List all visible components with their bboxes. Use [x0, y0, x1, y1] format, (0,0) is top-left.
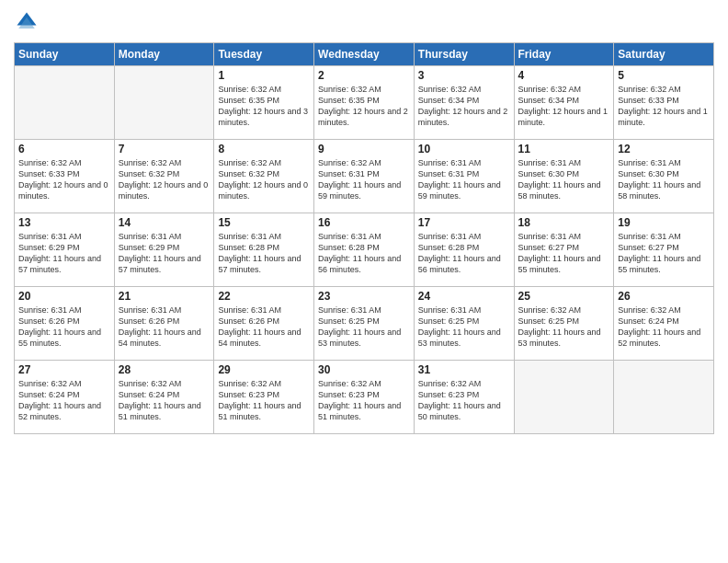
weekday-header-tuesday: Tuesday — [214, 43, 314, 66]
day-number: 16 — [318, 216, 410, 229]
calendar-cell: 2Sunrise: 6:32 AM Sunset: 6:35 PM Daylig… — [314, 66, 415, 140]
cell-info: Sunrise: 6:31 AM Sunset: 6:29 PM Dayligh… — [119, 231, 210, 276]
cell-info: Sunrise: 6:32 AM Sunset: 6:32 PM Dayligh… — [218, 157, 310, 202]
day-number: 15 — [218, 216, 310, 229]
calendar-cell: 8Sunrise: 6:32 AM Sunset: 6:32 PM Daylig… — [214, 140, 314, 213]
calendar-cell: 30Sunrise: 6:32 AM Sunset: 6:23 PM Dayli… — [314, 361, 415, 434]
calendar-cell: 20Sunrise: 6:31 AM Sunset: 6:26 PM Dayli… — [15, 287, 115, 361]
calendar-cell — [15, 66, 115, 140]
calendar-cell: 17Sunrise: 6:31 AM Sunset: 6:28 PM Dayli… — [414, 213, 514, 287]
calendar-cell: 21Sunrise: 6:31 AM Sunset: 6:26 PM Dayli… — [114, 287, 214, 361]
cell-info: Sunrise: 6:31 AM Sunset: 6:27 PM Dayligh… — [618, 231, 710, 276]
day-number: 31 — [418, 363, 510, 376]
calendar-cell: 12Sunrise: 6:31 AM Sunset: 6:30 PM Dayli… — [614, 140, 714, 213]
calendar-cell: 23Sunrise: 6:31 AM Sunset: 6:25 PM Dayli… — [314, 287, 415, 361]
day-number: 27 — [18, 363, 110, 376]
calendar-cell: 26Sunrise: 6:32 AM Sunset: 6:24 PM Dayli… — [614, 287, 714, 361]
week-row-4: 20Sunrise: 6:31 AM Sunset: 6:26 PM Dayli… — [15, 287, 714, 361]
day-number: 6 — [18, 143, 110, 155]
day-number: 28 — [119, 363, 210, 376]
calendar-cell: 5Sunrise: 6:32 AM Sunset: 6:33 PM Daylig… — [614, 66, 714, 140]
cell-info: Sunrise: 6:32 AM Sunset: 6:33 PM Dayligh… — [618, 84, 710, 129]
cell-info: Sunrise: 6:31 AM Sunset: 6:25 PM Dayligh… — [418, 304, 510, 350]
cell-info: Sunrise: 6:31 AM Sunset: 6:29 PM Dayligh… — [18, 231, 110, 276]
day-number: 21 — [119, 290, 210, 303]
logo — [14, 9, 43, 35]
day-number: 29 — [218, 363, 310, 376]
calendar-cell: 11Sunrise: 6:31 AM Sunset: 6:30 PM Dayli… — [514, 140, 614, 213]
day-number: 17 — [418, 216, 510, 229]
day-number: 18 — [518, 216, 610, 229]
calendar-cell: 3Sunrise: 6:32 AM Sunset: 6:34 PM Daylig… — [414, 66, 514, 140]
cell-info: Sunrise: 6:32 AM Sunset: 6:33 PM Dayligh… — [18, 157, 110, 202]
cell-info: Sunrise: 6:31 AM Sunset: 6:28 PM Dayligh… — [218, 231, 310, 276]
cell-info: Sunrise: 6:31 AM Sunset: 6:30 PM Dayligh… — [618, 157, 710, 202]
cell-info: Sunrise: 6:31 AM Sunset: 6:30 PM Dayligh… — [518, 157, 610, 202]
weekday-header-saturday: Saturday — [614, 43, 714, 66]
cell-info: Sunrise: 6:32 AM Sunset: 6:23 PM Dayligh… — [318, 378, 410, 423]
day-number: 12 — [618, 143, 710, 155]
cell-info: Sunrise: 6:32 AM Sunset: 6:35 PM Dayligh… — [318, 84, 410, 129]
cell-info: Sunrise: 6:31 AM Sunset: 6:26 PM Dayligh… — [218, 304, 310, 350]
day-number: 8 — [218, 143, 310, 155]
cell-info: Sunrise: 6:32 AM Sunset: 6:25 PM Dayligh… — [518, 304, 610, 350]
cell-info: Sunrise: 6:32 AM Sunset: 6:35 PM Dayligh… — [218, 84, 310, 129]
calendar-cell: 18Sunrise: 6:31 AM Sunset: 6:27 PM Dayli… — [514, 213, 614, 287]
cell-info: Sunrise: 6:32 AM Sunset: 6:34 PM Dayligh… — [418, 84, 510, 129]
header — [14, 9, 714, 35]
cell-info: Sunrise: 6:32 AM Sunset: 6:24 PM Dayligh… — [119, 378, 210, 423]
cell-info: Sunrise: 6:31 AM Sunset: 6:31 PM Dayligh… — [418, 157, 510, 202]
calendar-cell: 19Sunrise: 6:31 AM Sunset: 6:27 PM Dayli… — [614, 213, 714, 287]
cell-info: Sunrise: 6:31 AM Sunset: 6:25 PM Dayligh… — [318, 304, 410, 350]
calendar-cell: 10Sunrise: 6:31 AM Sunset: 6:31 PM Dayli… — [414, 140, 514, 213]
week-row-5: 27Sunrise: 6:32 AM Sunset: 6:24 PM Dayli… — [15, 361, 714, 434]
cell-info: Sunrise: 6:31 AM Sunset: 6:28 PM Dayligh… — [418, 231, 510, 276]
day-number: 14 — [119, 216, 210, 229]
day-number: 13 — [18, 216, 110, 229]
calendar-cell: 24Sunrise: 6:31 AM Sunset: 6:25 PM Dayli… — [414, 287, 514, 361]
cell-info: Sunrise: 6:32 AM Sunset: 6:23 PM Dayligh… — [418, 378, 510, 423]
day-number: 30 — [318, 363, 410, 376]
calendar-cell — [514, 361, 614, 434]
cell-info: Sunrise: 6:32 AM Sunset: 6:32 PM Dayligh… — [119, 157, 210, 202]
cell-info: Sunrise: 6:31 AM Sunset: 6:26 PM Dayligh… — [119, 304, 210, 350]
weekday-header-wednesday: Wednesday — [314, 43, 415, 66]
cell-info: Sunrise: 6:32 AM Sunset: 6:23 PM Dayligh… — [218, 378, 310, 423]
weekday-header-sunday: Sunday — [15, 43, 115, 66]
week-row-2: 6Sunrise: 6:32 AM Sunset: 6:33 PM Daylig… — [15, 140, 714, 213]
day-number: 25 — [518, 290, 610, 303]
calendar-cell: 14Sunrise: 6:31 AM Sunset: 6:29 PM Dayli… — [114, 213, 214, 287]
cell-info: Sunrise: 6:31 AM Sunset: 6:27 PM Dayligh… — [518, 231, 610, 276]
logo-icon — [14, 9, 40, 35]
cell-info: Sunrise: 6:31 AM Sunset: 6:26 PM Dayligh… — [18, 304, 110, 350]
week-row-3: 13Sunrise: 6:31 AM Sunset: 6:29 PM Dayli… — [15, 213, 714, 287]
day-number: 7 — [119, 143, 210, 155]
cell-info: Sunrise: 6:32 AM Sunset: 6:34 PM Dayligh… — [518, 84, 610, 129]
day-number: 20 — [18, 290, 110, 303]
day-number: 9 — [318, 143, 410, 155]
cell-info: Sunrise: 6:32 AM Sunset: 6:24 PM Dayligh… — [18, 378, 110, 423]
calendar-cell: 1Sunrise: 6:32 AM Sunset: 6:35 PM Daylig… — [214, 66, 314, 140]
day-number: 26 — [618, 290, 710, 303]
day-number: 19 — [618, 216, 710, 229]
calendar-table: SundayMondayTuesdayWednesdayThursdayFrid… — [14, 42, 714, 434]
day-number: 10 — [418, 143, 510, 155]
day-number: 5 — [618, 69, 710, 82]
calendar-cell: 28Sunrise: 6:32 AM Sunset: 6:24 PM Dayli… — [114, 361, 214, 434]
calendar-cell: 29Sunrise: 6:32 AM Sunset: 6:23 PM Dayli… — [214, 361, 314, 434]
week-row-1: 1Sunrise: 6:32 AM Sunset: 6:35 PM Daylig… — [15, 66, 714, 140]
day-number: 24 — [418, 290, 510, 303]
day-number: 2 — [318, 69, 410, 82]
day-number: 22 — [218, 290, 310, 303]
calendar-cell: 15Sunrise: 6:31 AM Sunset: 6:28 PM Dayli… — [214, 213, 314, 287]
page: SundayMondayTuesdayWednesdayThursdayFrid… — [0, 0, 728, 563]
calendar-cell — [114, 66, 214, 140]
weekday-header-row: SundayMondayTuesdayWednesdayThursdayFrid… — [15, 43, 714, 66]
calendar-cell: 16Sunrise: 6:31 AM Sunset: 6:28 PM Dayli… — [314, 213, 415, 287]
calendar-cell — [614, 361, 714, 434]
day-number: 3 — [418, 69, 510, 82]
calendar-cell: 31Sunrise: 6:32 AM Sunset: 6:23 PM Dayli… — [414, 361, 514, 434]
calendar-cell: 6Sunrise: 6:32 AM Sunset: 6:33 PM Daylig… — [15, 140, 115, 213]
day-number: 11 — [518, 143, 610, 155]
calendar-cell: 9Sunrise: 6:32 AM Sunset: 6:31 PM Daylig… — [314, 140, 415, 213]
